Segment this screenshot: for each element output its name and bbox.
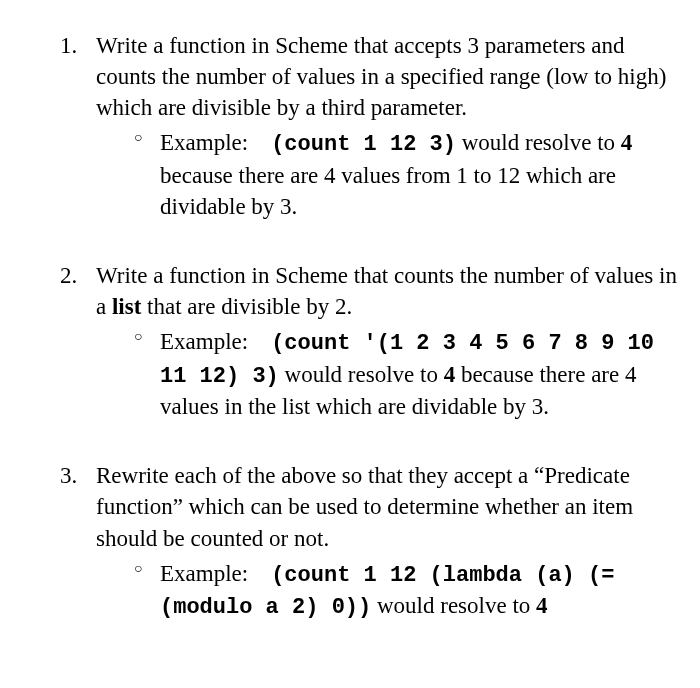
example-text: would resolve to <box>462 130 621 155</box>
result-value: 4 <box>536 593 548 618</box>
example-text: because there are 4 values from 1 to 12 … <box>160 163 616 219</box>
result-value: 4 <box>621 130 633 155</box>
example-text: would resolve to <box>377 593 536 618</box>
problem-item-2: Write a function in Scheme that counts t… <box>60 260 680 423</box>
example-2: Example: (count '(1 2 3 4 5 6 7 8 9 10 1… <box>96 326 680 422</box>
example-1: Example: (count 1 12 3) would resolve to… <box>96 127 680 222</box>
result-value: 4 <box>444 362 456 387</box>
example-label: Example: <box>160 561 248 586</box>
problem-3-intro: Rewrite each of the above so that they a… <box>96 463 633 550</box>
example-3: Example: (count 1 12 (lambda (a) (= (mod… <box>96 558 680 623</box>
problem-2-intro-b: that are divisible by 2. <box>141 294 352 319</box>
problem-item-1: Write a function in Scheme that accepts … <box>60 30 680 222</box>
code-snippet: (count 1 12 3) <box>271 132 456 157</box>
example-text: would resolve to <box>285 362 444 387</box>
problem-list: Write a function in Scheme that accepts … <box>60 30 680 623</box>
example-label: Example: <box>160 329 248 354</box>
example-label: Example: <box>160 130 248 155</box>
problem-1-intro: Write a function in Scheme that accepts … <box>96 33 666 120</box>
problem-item-3: Rewrite each of the above so that they a… <box>60 460 680 623</box>
problem-2-intro-bold: list <box>112 294 141 319</box>
